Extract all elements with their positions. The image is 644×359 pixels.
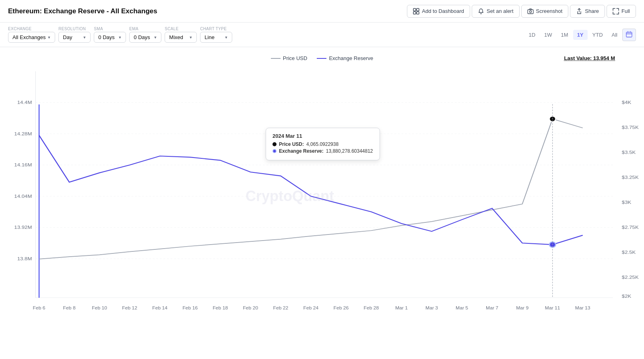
ema-label: EMA xyxy=(129,27,161,31)
page-title: Ethereum: Exchange Reserve - All Exchang… xyxy=(8,7,157,15)
full-button[interactable]: Full xyxy=(607,5,636,18)
svg-text:13.92M: 13.92M xyxy=(14,225,32,230)
share-icon xyxy=(576,8,582,15)
scale-label: Scale xyxy=(165,27,197,31)
chart-svg: 14.4M 14.28M 14.16M 14.04M 13.92M 13.8M … xyxy=(0,71,644,321)
chart-type-select[interactable]: Line ▼ xyxy=(200,32,232,43)
svg-text:Feb 24: Feb 24 xyxy=(303,306,319,310)
svg-text:Mar 1: Mar 1 xyxy=(395,306,408,310)
svg-text:$2.75K: $2.75K xyxy=(622,225,639,230)
sma-dropdown-group: SMA 0 Days ▼ xyxy=(94,27,126,43)
svg-text:Feb 18: Feb 18 xyxy=(213,306,228,310)
svg-point-5 xyxy=(529,10,531,12)
ema-chevron-icon: ▼ xyxy=(153,35,157,39)
last-value: Last Value: 13.954 M xyxy=(564,55,615,61)
svg-text:Feb 28: Feb 28 xyxy=(364,306,379,310)
svg-rect-4 xyxy=(528,10,533,14)
time-btn-1m[interactable]: 1M xyxy=(557,30,572,40)
legend-price-line xyxy=(271,58,281,59)
svg-text:Mar 13: Mar 13 xyxy=(575,306,590,310)
time-btn-1w[interactable]: 1W xyxy=(540,30,556,40)
svg-text:Feb 16: Feb 16 xyxy=(182,306,198,310)
header-actions: Add to Dashboard Set an alert Screenshot… xyxy=(407,5,636,18)
legend-reserve-label: Exchange Reserve xyxy=(329,55,373,61)
scale-chevron-icon: ▼ xyxy=(189,35,192,39)
screenshot-button[interactable]: Screenshot xyxy=(521,5,569,18)
svg-text:$4K: $4K xyxy=(622,100,632,105)
sma-select[interactable]: 0 Days ▼ xyxy=(94,32,126,43)
svg-text:$2K: $2K xyxy=(622,294,632,299)
set-alert-button[interactable]: Set an alert xyxy=(472,5,520,18)
exchange-chevron-icon: ▼ xyxy=(47,35,51,39)
exchange-label: Exchange xyxy=(8,27,55,31)
svg-text:Mar 11: Mar 11 xyxy=(545,306,560,310)
svg-text:14.4M: 14.4M xyxy=(17,100,32,105)
legend-reserve-line xyxy=(317,58,326,59)
time-btn-1d[interactable]: 1D xyxy=(524,30,539,40)
svg-text:Mar 5: Mar 5 xyxy=(456,306,468,310)
chart-type-label: Chart Type xyxy=(200,27,232,31)
resolution-chevron-icon: ▼ xyxy=(83,35,86,39)
svg-text:Feb 26: Feb 26 xyxy=(334,306,349,310)
svg-text:Mar 7: Mar 7 xyxy=(486,306,498,310)
scale-dropdown-group: Scale Mixed ▼ xyxy=(165,27,197,43)
resolution-label: Resolution xyxy=(58,27,91,31)
time-btn-1y[interactable]: 1Y xyxy=(573,30,588,40)
svg-text:13.8M: 13.8M xyxy=(17,256,32,261)
sma-label: SMA xyxy=(94,27,126,31)
time-btn-all[interactable]: All xyxy=(608,30,621,40)
svg-text:14.16M: 14.16M xyxy=(14,162,32,168)
svg-rect-2 xyxy=(413,12,416,14)
camera-icon xyxy=(527,8,534,15)
svg-text:Feb 8: Feb 8 xyxy=(63,306,76,310)
legend-price: Price USD xyxy=(271,55,308,61)
svg-rect-0 xyxy=(413,8,416,11)
exchange-dropdown-group: Exchange All Exchanges ▼ xyxy=(8,27,55,43)
chart-type-chevron-icon: ▼ xyxy=(224,35,228,39)
chart-svg-wrapper: CryptoQuant 14.4M 14.28M 14.16M 14.04M 1… xyxy=(0,71,644,321)
price-line xyxy=(39,119,583,259)
sma-chevron-icon: ▼ xyxy=(118,35,122,39)
svg-text:$3.75K: $3.75K xyxy=(622,125,639,130)
resolution-dropdown-group: Resolution Day ▼ xyxy=(58,27,91,43)
svg-text:$2.5K: $2.5K xyxy=(622,250,636,255)
svg-text:$3.5K: $3.5K xyxy=(622,150,636,155)
dashboard-icon xyxy=(413,8,419,15)
chart-legend: Price USD Exchange Reserve xyxy=(0,55,644,61)
svg-text:$3.25K: $3.25K xyxy=(622,175,639,180)
add-to-dashboard-button[interactable]: Add to Dashboard xyxy=(407,5,470,18)
chart-container: Price USD Exchange Reserve Last Value: 1… xyxy=(0,47,644,337)
calendar-button[interactable] xyxy=(622,29,636,41)
page-header: Ethereum: Exchange Reserve - All Exchang… xyxy=(0,0,644,23)
svg-rect-6 xyxy=(626,32,632,37)
ema-dropdown-group: EMA 0 Days ▼ xyxy=(129,27,161,43)
svg-text:$3K: $3K xyxy=(622,200,632,205)
bell-icon xyxy=(478,8,484,15)
svg-text:Feb 20: Feb 20 xyxy=(243,306,258,310)
svg-rect-3 xyxy=(417,12,419,14)
svg-text:Feb 6: Feb 6 xyxy=(33,306,45,310)
svg-text:Feb 22: Feb 22 xyxy=(273,306,289,310)
exchange-select[interactable]: All Exchanges ▼ xyxy=(8,32,55,43)
time-range-selector: 1D 1W 1M 1Y YTD All xyxy=(524,29,636,41)
scale-select[interactable]: Mixed ▼ xyxy=(165,32,197,43)
svg-text:Feb 10: Feb 10 xyxy=(92,306,107,310)
legend-reserve: Exchange Reserve xyxy=(317,55,373,61)
svg-text:Feb 12: Feb 12 xyxy=(122,306,137,310)
svg-text:Mar 3: Mar 3 xyxy=(425,306,438,310)
exchange-reserve-line xyxy=(39,135,583,245)
svg-text:14.28M: 14.28M xyxy=(14,131,32,137)
calendar-icon xyxy=(626,31,632,37)
svg-text:Mar 9: Mar 9 xyxy=(516,306,528,310)
fullscreen-icon xyxy=(613,8,619,15)
ema-select[interactable]: 0 Days ▼ xyxy=(129,32,161,43)
legend-price-label: Price USD xyxy=(283,55,308,61)
svg-text:$2.25K: $2.25K xyxy=(622,275,639,280)
time-btn-ytd[interactable]: YTD xyxy=(588,30,607,40)
chart-type-dropdown-group: Chart Type Line ▼ xyxy=(200,27,232,43)
resolution-select[interactable]: Day ▼ xyxy=(58,32,91,43)
chart-toolbar: Exchange All Exchanges ▼ Resolution Day … xyxy=(0,23,644,47)
svg-text:Feb 14: Feb 14 xyxy=(152,306,167,310)
svg-text:14.04M: 14.04M xyxy=(14,194,32,199)
share-button[interactable]: Share xyxy=(570,5,605,18)
